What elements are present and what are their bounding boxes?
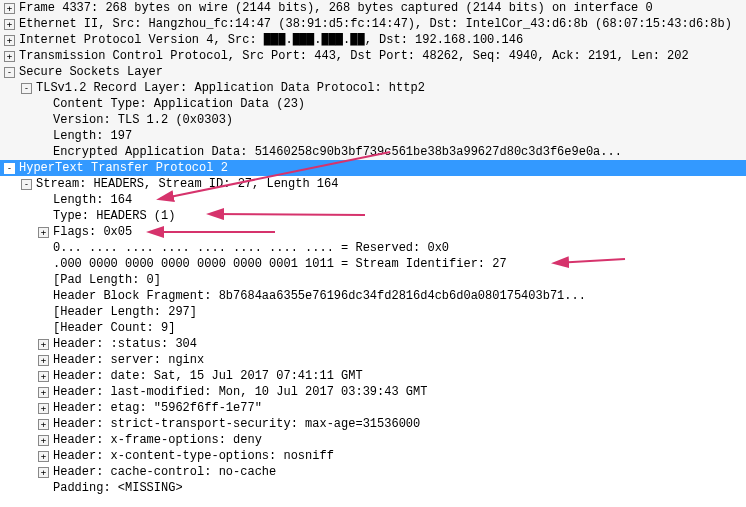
expand-icon[interactable]: + <box>4 19 15 30</box>
tree-row[interactable]: +Flags: 0x05 <box>0 224 746 240</box>
tree-label: Secure Sockets Layer <box>19 64 746 80</box>
toggle-placeholder <box>38 256 49 267</box>
expand-icon[interactable]: + <box>38 227 49 238</box>
collapse-icon[interactable]: - <box>4 67 15 78</box>
collapse-icon[interactable]: - <box>21 179 32 190</box>
tree-label: Encrypted Application Data: 51460258c90b… <box>53 144 746 160</box>
tree-label: Padding: <MISSING> <box>53 480 746 496</box>
toggle-placeholder <box>38 272 49 283</box>
toggle-placeholder <box>38 288 49 299</box>
tree-row[interactable]: +Header: x-content-type-options: nosniff <box>0 448 746 464</box>
expand-icon[interactable]: + <box>38 355 49 366</box>
tree-row[interactable]: +Header: :status: 304 <box>0 336 746 352</box>
toggle-placeholder <box>38 192 49 203</box>
expand-icon[interactable]: + <box>38 371 49 382</box>
tree-label: Header: last-modified: Mon, 10 Jul 2017 … <box>53 384 746 400</box>
expand-icon[interactable]: + <box>38 435 49 446</box>
toggle-placeholder <box>38 112 49 123</box>
tree-label: Transmission Control Protocol, Src Port:… <box>19 48 746 64</box>
tree-label: [Header Count: 9] <box>53 320 746 336</box>
toggle-placeholder <box>38 128 49 139</box>
tree-row[interactable]: .000 0000 0000 0000 0000 0000 0001 1011 … <box>0 256 746 272</box>
tree-row[interactable]: 0... .... .... .... .... .... .... .... … <box>0 240 746 256</box>
tree-row[interactable]: Header Block Fragment: 8b7684aa6355e7619… <box>0 288 746 304</box>
tree-label: Header: x-content-type-options: nosniff <box>53 448 746 464</box>
tree-row[interactable]: Padding: <MISSING> <box>0 480 746 496</box>
tree-row[interactable]: [Header Length: 297] <box>0 304 746 320</box>
tree-label: TLSv1.2 Record Layer: Application Data P… <box>36 80 746 96</box>
tree-label: .000 0000 0000 0000 0000 0000 0001 1011 … <box>53 256 746 272</box>
tree-label: Internet Protocol Version 4, Src: ███.██… <box>19 32 746 48</box>
tree-row[interactable]: Content Type: Application Data (23) <box>0 96 746 112</box>
tree-row[interactable]: +Header: last-modified: Mon, 10 Jul 2017… <box>0 384 746 400</box>
tree-row[interactable]: Type: HEADERS (1) <box>0 208 746 224</box>
tree-row[interactable]: Version: TLS 1.2 (0x0303) <box>0 112 746 128</box>
expand-icon[interactable]: + <box>38 387 49 398</box>
tree-row[interactable]: +Header: x-frame-options: deny <box>0 432 746 448</box>
tree-row[interactable]: +Header: strict-transport-security: max-… <box>0 416 746 432</box>
tree-row[interactable]: [Pad Length: 0] <box>0 272 746 288</box>
tree-label: 0... .... .... .... .... .... .... .... … <box>53 240 746 256</box>
tree-label: Frame 4337: 268 bytes on wire (2144 bits… <box>19 0 746 16</box>
toggle-placeholder <box>38 144 49 155</box>
tree-row[interactable]: [Header Count: 9] <box>0 320 746 336</box>
expand-icon[interactable]: + <box>38 339 49 350</box>
tree-label: Length: 197 <box>53 128 746 144</box>
tree-row[interactable]: -Secure Sockets Layer <box>0 64 746 80</box>
expand-icon[interactable]: + <box>38 467 49 478</box>
tree-label: Header: server: nginx <box>53 352 746 368</box>
tree-label: Header: date: Sat, 15 Jul 2017 07:41:11 … <box>53 368 746 384</box>
expand-icon[interactable]: + <box>38 403 49 414</box>
tree-label: Length: 164 <box>53 192 746 208</box>
http2-protocol-row[interactable]: - HyperText Transfer Protocol 2 <box>0 160 746 176</box>
tree-row[interactable]: -TLSv1.2 Record Layer: Application Data … <box>0 80 746 96</box>
tree-row[interactable]: +Transmission Control Protocol, Src Port… <box>0 48 746 64</box>
tree-row[interactable]: -Stream: HEADERS, Stream ID: 27, Length … <box>0 176 746 192</box>
tree-label: Type: HEADERS (1) <box>53 208 746 224</box>
expand-icon[interactable]: + <box>4 51 15 62</box>
tree-row[interactable]: +Header: etag: "5962f6ff-1e77" <box>0 400 746 416</box>
tree-label: Ethernet II, Src: Hangzhou_fc:14:47 (38:… <box>19 16 746 32</box>
tree-label: [Pad Length: 0] <box>53 272 746 288</box>
tree-label: Header: etag: "5962f6ff-1e77" <box>53 400 746 416</box>
expand-icon[interactable]: + <box>4 3 15 14</box>
tree-row[interactable]: +Header: server: nginx <box>0 352 746 368</box>
expand-icon[interactable]: + <box>4 35 15 46</box>
tree-label: Flags: 0x05 <box>53 224 746 240</box>
toggle-placeholder <box>38 208 49 219</box>
bottom-tree-section: -Stream: HEADERS, Stream ID: 27, Length … <box>0 176 746 496</box>
tree-label: Header: strict-transport-security: max-a… <box>53 416 746 432</box>
tree-row[interactable]: +Header: date: Sat, 15 Jul 2017 07:41:11… <box>0 368 746 384</box>
tree-label: Header: x-frame-options: deny <box>53 432 746 448</box>
tree-row[interactable]: Length: 164 <box>0 192 746 208</box>
tree-label: Content Type: Application Data (23) <box>53 96 746 112</box>
toggle-placeholder <box>38 320 49 331</box>
tree-label: Header Block Fragment: 8b7684aa6355e7619… <box>53 288 746 304</box>
collapse-icon[interactable]: - <box>21 83 32 94</box>
tree-row[interactable]: +Frame 4337: 268 bytes on wire (2144 bit… <box>0 0 746 16</box>
toggle-placeholder <box>38 304 49 315</box>
tree-label: [Header Length: 297] <box>53 304 746 320</box>
tree-label: Version: TLS 1.2 (0x0303) <box>53 112 746 128</box>
toggle-placeholder <box>38 96 49 107</box>
tree-row[interactable]: +Header: cache-control: no-cache <box>0 464 746 480</box>
expand-icon[interactable]: + <box>38 419 49 430</box>
top-tree-section: +Frame 4337: 268 bytes on wire (2144 bit… <box>0 0 746 160</box>
toggle-placeholder <box>38 480 49 491</box>
tree-label: Header: cache-control: no-cache <box>53 464 746 480</box>
tree-row[interactable]: +Internet Protocol Version 4, Src: ███.█… <box>0 32 746 48</box>
tree-label: Stream: HEADERS, Stream ID: 27, Length 1… <box>36 176 746 192</box>
tree-label: Header: :status: 304 <box>53 336 746 352</box>
tree-row[interactable]: Encrypted Application Data: 51460258c90b… <box>0 144 746 160</box>
expander-icon[interactable]: - <box>4 163 15 174</box>
expand-icon[interactable]: + <box>38 451 49 462</box>
toggle-placeholder <box>38 240 49 251</box>
tree-row[interactable]: Length: 197 <box>0 128 746 144</box>
http2-label: HyperText Transfer Protocol 2 <box>19 160 746 176</box>
tree-row[interactable]: +Ethernet II, Src: Hangzhou_fc:14:47 (38… <box>0 16 746 32</box>
packet-details-pane: +Frame 4337: 268 bytes on wire (2144 bit… <box>0 0 746 496</box>
